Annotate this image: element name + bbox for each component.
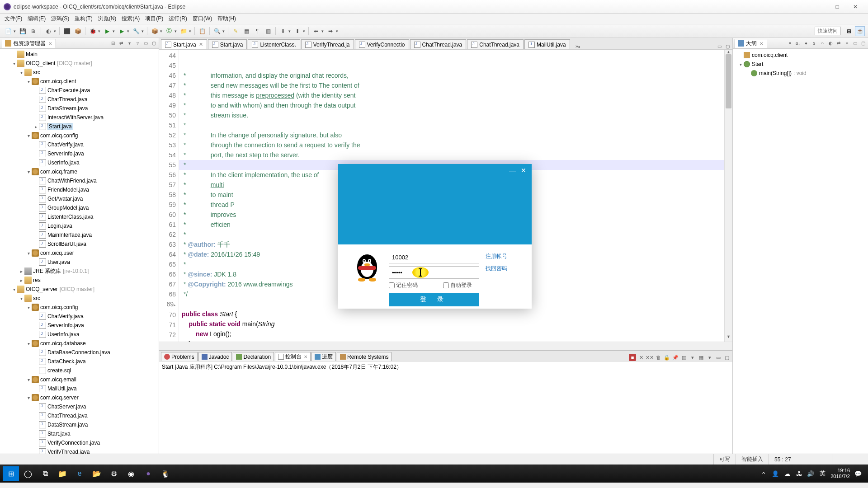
menu-file[interactable]: 文件(F) [2, 14, 25, 23]
folder-icon[interactable]: 📂 [89, 466, 105, 481]
pin-console-icon[interactable]: 📌 [672, 354, 679, 361]
menu-project[interactable]: 项目(P) [142, 14, 166, 23]
outline-tab[interactable]: 大纲 ✕ [735, 39, 767, 48]
link-editor-icon[interactable]: ⇄ [118, 40, 124, 47]
tree-row[interactable]: ChatVerify.java [0, 312, 159, 321]
login-close-button[interactable]: ✕ [519, 167, 528, 174]
tree-row[interactable]: ▾com.oicq.config [0, 303, 159, 312]
outline-hide-nonpublic-icon[interactable]: ○ [819, 40, 826, 47]
open-perspective-icon[interactable]: ⊞ [844, 26, 854, 36]
outline-menu-icon[interactable]: ▿ [844, 40, 850, 47]
tree-row[interactable]: VerifyThread.java [0, 447, 159, 454]
remove-launch-icon[interactable]: ✕ [637, 354, 645, 361]
package-explorer-tab[interactable]: 包资源管理器 ✕ [2, 39, 56, 48]
tray-volume-icon[interactable]: 🔊 [807, 470, 814, 477]
outline-close-icon[interactable]: ✕ [760, 41, 764, 46]
menu-refactor[interactable]: 重构(T) [72, 14, 95, 23]
open-console-icon[interactable]: ▦ [698, 354, 705, 361]
cortana-icon[interactable]: ◯ [20, 466, 36, 481]
tree-row[interactable]: User.java [0, 258, 159, 267]
tree-row[interactable]: ▸JRE 系统库[jre-10.0.1] [0, 267, 159, 276]
bottom-tab-Remote Systems[interactable]: Remote Systems [337, 352, 392, 361]
run-icon[interactable]: ▶ [103, 27, 112, 36]
new-class-icon[interactable]: Ⓒ [165, 27, 174, 36]
tray-up-icon[interactable]: ^ [760, 470, 767, 477]
editor-tabs-overflow[interactable]: »₂ [573, 43, 583, 49]
tree-row[interactable]: DataBaseConnection.java [0, 348, 159, 357]
minimize-view-icon[interactable]: ▭ [142, 40, 149, 47]
quick-access-input[interactable]: 快速访问 [815, 27, 841, 35]
settings-icon[interactable]: ⚙ [106, 466, 122, 481]
outline-minimize-icon[interactable]: ▭ [852, 40, 858, 47]
tree-row[interactable]: ScrollBarUI.java [0, 239, 159, 249]
auto-login-checkbox[interactable]: 自动登录 [443, 282, 472, 289]
start-button[interactable]: ⊞ [3, 466, 19, 481]
editor-tab[interactable]: Start.java [208, 39, 247, 49]
search-icon[interactable]: 🔍 [212, 27, 222, 36]
tray-ime-icon[interactable]: 英 [819, 470, 826, 477]
login-button[interactable]: 登 录 [389, 293, 479, 306]
tray-onedrive-icon[interactable]: ☁ [783, 470, 791, 477]
outline-focus-icon[interactable]: ▾ [787, 40, 793, 47]
tree-row[interactable]: Start.java [0, 429, 159, 438]
scroll-lock-icon[interactable]: 🔒 [663, 354, 670, 361]
window-minimize-button[interactable]: — [810, 2, 828, 12]
editor-tab[interactable]: ChatThread.java [467, 39, 524, 49]
tray-network-icon[interactable]: 🖧 [795, 470, 802, 477]
show-whitespace-icon[interactable]: ¶ [253, 27, 262, 36]
editor-tab[interactable]: VerifyConnectio [355, 39, 409, 49]
tree-row[interactable]: DataStream.java [0, 104, 159, 113]
tray-people-icon[interactable]: 👤 [772, 470, 779, 477]
edge-icon[interactable]: e [71, 466, 88, 481]
tree-row[interactable]: ▾com.oicq.frame [0, 167, 159, 176]
terminate-icon[interactable]: ■ [629, 354, 636, 361]
save-all-icon[interactable]: 🗎 [29, 27, 38, 36]
outline-row[interactable]: ▾Start [735, 60, 866, 69]
tree-row[interactable]: ▸res [0, 276, 159, 285]
new-icon[interactable]: 📄 [4, 27, 13, 36]
tree-row[interactable]: UserInfo.java [0, 158, 159, 167]
window-close-button[interactable]: ✕ [846, 2, 864, 12]
login-username-input[interactable] [389, 251, 479, 263]
outline-row[interactable]: com.oicq.client [735, 51, 866, 60]
forgot-password-link[interactable]: 找回密码 [486, 265, 518, 272]
menu-window[interactable]: 窗口(W) [190, 14, 215, 23]
save-icon[interactable]: 💾 [18, 27, 27, 36]
window-maximize-button[interactable]: □ [828, 2, 846, 12]
console-minimize-icon[interactable]: ▭ [715, 354, 722, 361]
show-selected-icon[interactable]: ▥ [264, 27, 273, 36]
editor-maximize-icon[interactable]: ▢ [724, 43, 731, 49]
open-type-icon[interactable]: 📋 [198, 27, 207, 36]
tree-row[interactable]: ▾com.oicq.user [0, 249, 159, 258]
tree-row[interactable]: ChatThread.java [0, 411, 159, 420]
tree-row[interactable]: ▾OICQ_server[OICQ master] [0, 285, 159, 294]
menu-run[interactable]: 运行(R) [166, 14, 190, 23]
scroll-down-icon[interactable]: ▼ [725, 334, 732, 342]
new-project-icon[interactable]: 📦 [73, 27, 82, 36]
bottom-tab-进度[interactable]: 进度 [311, 352, 336, 361]
tree-row[interactable]: ChatWithFriend.java [0, 176, 159, 185]
outline-hide-fields-icon[interactable]: ● [803, 40, 809, 47]
remove-all-icon[interactable]: ✕✕ [646, 354, 653, 361]
tree-row[interactable]: ▾OICQ_client[OICQ master] [0, 59, 159, 68]
toggle-block-icon[interactable]: ▦ [242, 27, 251, 36]
tree-row[interactable]: ChatThread.java [0, 95, 159, 104]
outline-row[interactable]: main(String[]): void [735, 69, 866, 78]
tree-row[interactable]: ▾com.oicq.database [0, 339, 159, 348]
tray-notifications-icon[interactable]: 💬 [854, 470, 862, 477]
close-tab-icon[interactable]: ✕ [48, 41, 53, 46]
tree-row[interactable]: DataStream.java [0, 420, 159, 429]
tree-row[interactable]: GetAvatar.java [0, 194, 159, 203]
tree-row[interactable]: ▾com.oicq.email [0, 375, 159, 384]
editor-tab[interactable]: VerifyThread.ja [301, 39, 354, 49]
switch-icon[interactable]: ◐ [44, 27, 53, 36]
java-perspective-icon[interactable]: ☕ [855, 26, 865, 36]
tree-row[interactable]: InteractWithServer.java [0, 113, 159, 122]
editor-vscrollbar[interactable]: ▲ ▼ [724, 50, 732, 342]
menu-edit[interactable]: 编辑(E) [25, 14, 48, 23]
skip-breakpoints-icon[interactable]: ⬛ [62, 27, 71, 36]
tree-row[interactable]: FriendModel.java [0, 185, 159, 194]
bottom-tab-Javadoc[interactable]: Javadoc [198, 352, 232, 361]
editor-tab[interactable]: ChatThread.java [410, 39, 467, 49]
tree-row[interactable]: ▾com.oicq.client [0, 77, 159, 86]
